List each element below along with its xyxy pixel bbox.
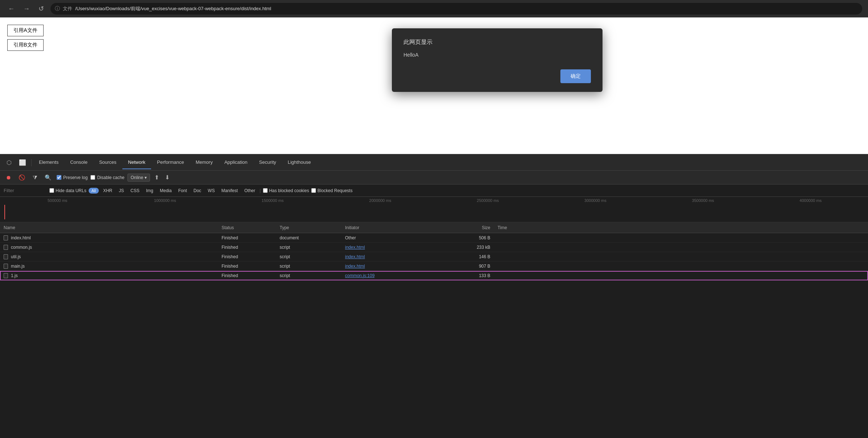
- devtools-tabs: ⬡ ⬜ Elements Console Sources Network Per…: [0, 155, 868, 171]
- filter-manifest-button[interactable]: Manifest: [219, 187, 240, 194]
- file-icon: [4, 254, 9, 259]
- tab-console[interactable]: Console: [64, 156, 93, 169]
- cursor-icon-btn[interactable]: ⬡: [3, 157, 15, 168]
- reload-button[interactable]: ↺: [36, 3, 46, 14]
- btn-a[interactable]: 引用A文件: [7, 25, 44, 36]
- row-name: util.js: [4, 254, 222, 259]
- filter-css-button[interactable]: CSS: [128, 187, 142, 194]
- tab-elements[interactable]: Elements: [33, 156, 64, 169]
- disable-cache-checkbox[interactable]: Disable cache: [90, 175, 124, 180]
- tab-network[interactable]: Network: [122, 156, 151, 169]
- header-time: Time: [498, 225, 864, 230]
- row-status: Finished: [222, 254, 280, 259]
- import-har-button[interactable]: ⬆: [153, 173, 161, 182]
- row-type: script: [280, 254, 345, 259]
- header-type: Type: [280, 225, 345, 230]
- row-size: 506 B: [439, 235, 498, 240]
- row-name: index.html: [4, 235, 222, 240]
- timeline-label-2: 1000000 ms: [111, 198, 219, 203]
- timeline-marker: [4, 205, 5, 219]
- row-type: script: [280, 273, 345, 278]
- btn-b[interactable]: 引用B文件: [7, 39, 44, 51]
- file-icon: [4, 235, 9, 240]
- timeline-bar: 500000 ms 1000000 ms 1500000 ms 2000000 …: [0, 197, 868, 222]
- search-icon-button[interactable]: 🔍: [42, 173, 54, 182]
- row-initiator[interactable]: common.js:109: [345, 273, 439, 278]
- row-status: Finished: [222, 245, 280, 250]
- file-label: 文件: [63, 5, 72, 12]
- table-row[interactable]: index.html Finished document Other 506 B: [0, 233, 868, 243]
- alert-message: HelloA: [403, 52, 591, 58]
- row-size: 133 B: [439, 273, 498, 278]
- export-har-button[interactable]: ⬇: [163, 173, 171, 182]
- filter-doc-button[interactable]: Doc: [191, 187, 203, 194]
- row-name: common.js: [4, 245, 222, 250]
- row-type: script: [280, 264, 345, 269]
- devtools-panel: ⬡ ⬜ Elements Console Sources Network Per…: [0, 154, 868, 438]
- tab-sources[interactable]: Sources: [93, 156, 122, 169]
- table-header: Name Status Type Initiator Size Time: [0, 222, 868, 233]
- row-name: main.js: [4, 264, 222, 269]
- row-initiator: Other: [345, 235, 439, 240]
- file-icon: [4, 264, 9, 269]
- filter-divider: |: [260, 188, 261, 193]
- row-size: 233 kB: [439, 245, 498, 250]
- table-row[interactable]: util.js Finished script index.html 146 B: [0, 252, 868, 261]
- timeline-label-4: 2000000 ms: [326, 198, 434, 203]
- filter-js-button[interactable]: JS: [117, 187, 126, 194]
- file-icon: [4, 245, 9, 250]
- has-blocked-cookies-checkbox[interactable]: Has blocked cookies: [263, 188, 309, 193]
- filter-img-button[interactable]: Img: [144, 187, 155, 194]
- tab-application[interactable]: Application: [219, 156, 253, 169]
- address-bar[interactable]: ⓘ 文件 /Users/wuxiao/Downloads/前端/vue_exci…: [50, 3, 862, 15]
- filter-other-button[interactable]: Other: [242, 187, 257, 194]
- timeline-label-6: 3000000 ms: [542, 198, 649, 203]
- table-row[interactable]: main.js Finished script index.html 907 B: [0, 261, 868, 271]
- blocked-requests-checkbox[interactable]: Blocked Requests: [311, 188, 353, 193]
- forward-button[interactable]: →: [21, 4, 32, 14]
- table-row[interactable]: common.js Finished script index.html 233…: [0, 243, 868, 252]
- row-status: Finished: [222, 264, 280, 269]
- filter-bar: Hide data URLs All XHR JS CSS Img Media …: [0, 184, 868, 197]
- row-initiator[interactable]: index.html: [345, 264, 439, 269]
- chevron-down-icon: ▾: [145, 175, 147, 180]
- alert-ok-button[interactable]: 确定: [560, 69, 591, 83]
- timeline-labels: 500000 ms 1000000 ms 1500000 ms 2000000 …: [0, 198, 868, 203]
- header-size: Size: [439, 225, 498, 230]
- row-type: script: [280, 245, 345, 250]
- timeline-label-8: 4000000 ms: [757, 198, 864, 203]
- timeline-label-1: 500000 ms: [4, 198, 111, 203]
- row-status: Finished: [222, 273, 280, 278]
- devtools-toolbar: ⏺ 🚫 ⧩ 🔍 Preserve log Disable cache Onlin…: [0, 171, 868, 184]
- timeline-label-5: 2500000 ms: [434, 198, 542, 203]
- row-size: 907 B: [439, 264, 498, 269]
- filter-ws-button[interactable]: WS: [206, 187, 217, 194]
- row-initiator[interactable]: index.html: [345, 245, 439, 250]
- tab-memory[interactable]: Memory: [190, 156, 219, 169]
- filter-font-button[interactable]: Font: [176, 187, 189, 194]
- info-icon: ⓘ: [55, 5, 60, 12]
- table-row[interactable]: 1.js Finished script common.js:109 133 B: [0, 271, 868, 280]
- clear-button[interactable]: 🚫: [16, 173, 28, 182]
- preserve-log-checkbox[interactable]: Preserve log: [57, 175, 88, 180]
- tab-lighthouse[interactable]: Lighthouse: [282, 156, 317, 169]
- filter-input[interactable]: [4, 188, 47, 193]
- url-text: /Users/wuxiao/Downloads/前端/vue_excises/v…: [75, 5, 271, 12]
- header-status: Status: [222, 225, 280, 230]
- record-button[interactable]: ⏺: [4, 173, 13, 182]
- tab-separator: [31, 159, 32, 166]
- timeline-label-7: 3500000 ms: [649, 198, 757, 203]
- network-condition-dropdown[interactable]: Online ▾: [127, 174, 150, 182]
- responsive-icon-btn[interactable]: ⬜: [15, 157, 30, 168]
- filter-xhr-button[interactable]: XHR: [101, 187, 114, 194]
- tab-performance[interactable]: Performance: [151, 156, 190, 169]
- back-button[interactable]: ←: [6, 4, 17, 14]
- alert-title: 此网页显示: [403, 38, 591, 46]
- network-table[interactable]: Name Status Type Initiator Size Time ind…: [0, 222, 868, 438]
- row-initiator[interactable]: index.html: [345, 254, 439, 259]
- tab-security[interactable]: Security: [253, 156, 282, 169]
- hide-data-urls-checkbox[interactable]: Hide data URLs: [49, 188, 86, 193]
- filter-all-button[interactable]: All: [89, 188, 99, 194]
- filter-media-button[interactable]: Media: [158, 187, 174, 194]
- filter-icon-button[interactable]: ⧩: [31, 173, 40, 182]
